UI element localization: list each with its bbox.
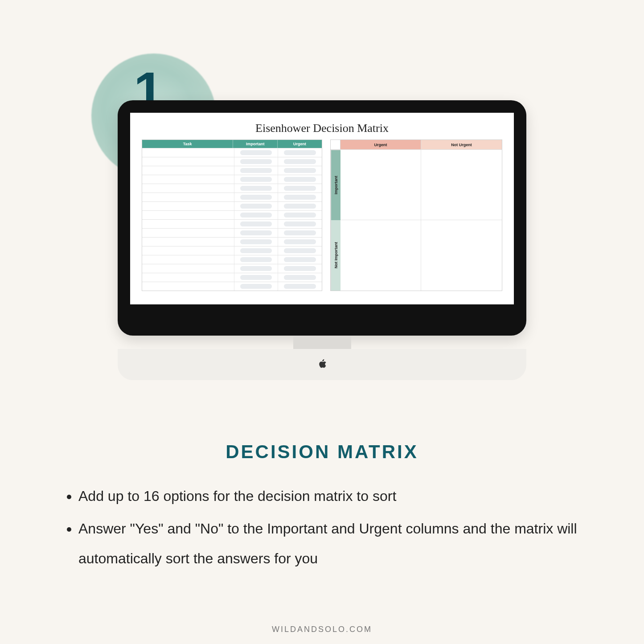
quadrant-corner — [331, 140, 340, 150]
pill-placeholder — [240, 284, 272, 289]
table-row — [142, 219, 322, 228]
quadrant-matrix: Urgent Not Urgent Important Not Importan… — [330, 139, 502, 291]
table-row — [142, 237, 322, 246]
table-row — [142, 201, 322, 210]
cell-important — [234, 157, 279, 166]
cell-urgent — [278, 211, 322, 219]
task-table-header: Task Important Urgent — [142, 140, 322, 148]
pill-placeholder — [284, 195, 316, 200]
pill-placeholder — [284, 168, 316, 173]
table-row — [142, 210, 322, 219]
pill-placeholder — [240, 248, 272, 253]
cell-task — [142, 229, 234, 237]
pill-placeholder — [284, 275, 316, 280]
cell-urgent — [278, 246, 322, 255]
pill-placeholder — [284, 239, 316, 244]
pill-placeholder — [284, 248, 316, 253]
cell-important — [234, 238, 279, 246]
list-item: Answer "Yes" and "No" to the Important a… — [78, 514, 579, 574]
header-important: Important — [233, 140, 278, 148]
cell-important — [234, 175, 279, 184]
quadrant-row-not-important: Not Important — [331, 220, 340, 291]
cell-urgent — [278, 166, 322, 175]
pill-placeholder — [240, 186, 272, 191]
cell-important — [234, 282, 279, 291]
pill-placeholder — [284, 230, 316, 235]
pill-placeholder — [240, 230, 272, 235]
task-table: Task Important Urgent — [142, 139, 322, 291]
pill-placeholder — [284, 204, 316, 209]
table-row — [142, 273, 322, 282]
pill-placeholder — [240, 257, 272, 262]
pill-placeholder — [240, 275, 272, 280]
cell-urgent — [278, 229, 322, 237]
pill-placeholder — [284, 150, 316, 155]
table-row — [142, 246, 322, 255]
pill-placeholder — [284, 177, 316, 182]
table-row — [142, 184, 322, 193]
header-urgent: Urgent — [278, 140, 322, 148]
pill-placeholder — [240, 266, 272, 271]
cell-urgent — [278, 273, 322, 282]
pill-placeholder — [284, 284, 316, 289]
table-row — [142, 228, 322, 237]
cell-task — [142, 246, 234, 255]
monitor-mockup: Eisenhower Decision Matrix Task Importan… — [118, 100, 526, 380]
bullet-list: Add up to 16 options for the decision ma… — [62, 481, 579, 577]
cell-task — [142, 166, 234, 175]
quadrant-cell-2 — [421, 150, 502, 220]
task-rows — [142, 148, 322, 291]
cell-important — [234, 273, 279, 282]
pill-placeholder — [284, 186, 316, 191]
cell-task — [142, 238, 234, 246]
footer-brand: WILDANDSOLO.COM — [0, 625, 644, 634]
quadrant-cell-3 — [340, 220, 421, 291]
monitor-screen: Eisenhower Decision Matrix Task Importan… — [130, 113, 514, 304]
monitor-bezel: Eisenhower Decision Matrix Task Importan… — [118, 100, 526, 336]
pill-placeholder — [240, 222, 272, 226]
table-row — [142, 255, 322, 264]
cell-important — [234, 229, 279, 237]
cell-urgent — [278, 175, 322, 184]
pill-placeholder — [284, 159, 316, 164]
pill-placeholder — [284, 213, 316, 217]
cell-important — [234, 148, 279, 157]
quadrant-cell-1 — [340, 150, 421, 220]
cell-important — [234, 166, 279, 175]
cell-task — [142, 211, 234, 219]
pill-placeholder — [240, 204, 272, 209]
cell-task — [142, 282, 234, 291]
section-heading: DECISION MATRIX — [0, 441, 644, 463]
cell-urgent — [278, 255, 322, 264]
pill-placeholder — [240, 150, 272, 155]
header-task: Task — [142, 140, 233, 148]
cell-urgent — [278, 184, 322, 193]
pill-placeholder — [240, 159, 272, 164]
monitor-chin — [118, 349, 526, 380]
table-row — [142, 166, 322, 175]
cell-important — [234, 211, 279, 219]
quadrant-cell-4 — [421, 220, 502, 291]
screen-body: Task Important Urgent Urgent Not Urgent … — [142, 139, 502, 291]
cell-task — [142, 202, 234, 210]
pill-placeholder — [240, 213, 272, 217]
table-row — [142, 264, 322, 273]
quadrant-col-not-urgent: Not Urgent — [421, 140, 502, 150]
cell-urgent — [278, 264, 322, 273]
cell-important — [234, 193, 279, 201]
cell-urgent — [278, 220, 322, 228]
table-row — [142, 148, 322, 157]
table-row — [142, 193, 322, 201]
cell-task — [142, 148, 234, 157]
cell-task — [142, 255, 234, 264]
cell-urgent — [278, 157, 322, 166]
cell-task — [142, 184, 234, 193]
cell-task — [142, 220, 234, 228]
cell-task — [142, 273, 234, 282]
cell-important — [234, 220, 279, 228]
pill-placeholder — [284, 257, 316, 262]
cell-urgent — [278, 202, 322, 210]
cell-task — [142, 157, 234, 166]
cell-task — [142, 175, 234, 184]
quadrant-col-urgent: Urgent — [340, 140, 421, 150]
